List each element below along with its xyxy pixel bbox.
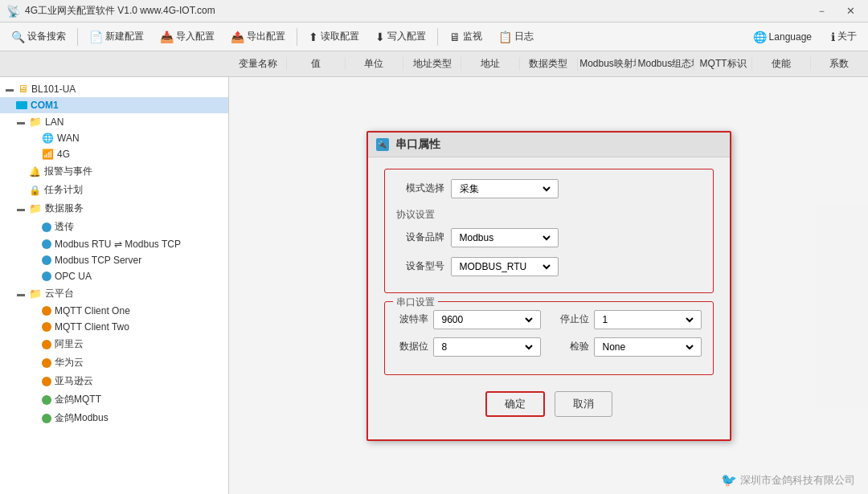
model-row: 设备型号 MODBUS_RTU MODBUS_TCP: [396, 257, 702, 276]
data-select[interactable]: 5 6 7 8: [439, 341, 535, 353]
mode-protocol-section: 模式选择 采集 透传 从机 协议设置: [384, 169, 714, 293]
sidebar-item-mqtt2[interactable]: MQTT Client Two: [0, 319, 228, 335]
cancel-button[interactable]: 取消: [555, 391, 612, 417]
confirm-button[interactable]: 确定: [485, 391, 545, 417]
main-layout: ▬ 🖥 BL101-UA COM1 ▬ 📁 LAN 🌐 WAN 📶 4G: [0, 77, 868, 494]
sidebar-item-wan[interactable]: 🌐 WAN: [0, 130, 228, 146]
sidebar-item-alarm[interactable]: 🔔 报警与事件: [0, 162, 228, 181]
col-header-addr-type: 地址类型: [403, 57, 461, 71]
4g-label: 4G: [57, 149, 70, 160]
export-config-button[interactable]: 📤 导出配置: [224, 27, 292, 47]
sidebar-item-huawei[interactable]: 华为云: [0, 353, 228, 372]
com1-label: COM1: [31, 100, 59, 111]
modal-overlay: 🔌 串口属性 模式选择 采集 透传 从机: [229, 77, 868, 494]
sidebar-item-data-service[interactable]: ▬ 📁 数据服务: [0, 199, 228, 218]
sidebar-item-opc[interactable]: OPC UA: [0, 268, 228, 284]
sidebar-item-mqtt1[interactable]: MQTT Client One: [0, 303, 228, 319]
content-area: 🔌 串口属性 模式选择 采集 透传 从机: [229, 77, 868, 494]
data-group: 数据位 5 6 7 8: [396, 337, 541, 357]
expand-icon-data: ▬: [16, 204, 26, 213]
check-select-wrapper[interactable]: None Odd Even: [594, 337, 702, 357]
alarm-label: 报警与事件: [44, 165, 92, 178]
check-group: 检验 None Odd Even: [557, 337, 702, 357]
amazon-label: 亚马逊云: [55, 374, 93, 388]
col-header-addr: 地址: [461, 57, 519, 71]
transparent-label: 透传: [55, 220, 74, 234]
model-select-wrapper[interactable]: MODBUS_RTU MODBUS_TCP: [451, 257, 559, 276]
baud-select-wrapper[interactable]: 1200 2400 4800 9600 19200 38400 57600 11…: [433, 310, 541, 329]
port-settings-row2: 数据位 5 6 7 8: [396, 337, 702, 365]
stop-select-wrapper[interactable]: 1 1.5 2: [594, 310, 702, 329]
sidebar-root-label: BL101-UA: [31, 84, 76, 95]
circle-icon-mqtt2: [42, 322, 51, 332]
import-config-label: 导入配置: [176, 30, 215, 43]
about-button[interactable]: ℹ 关于: [825, 27, 863, 47]
protocol-section-label: 协议设置: [396, 208, 702, 222]
col-header-unit: 单位: [346, 57, 403, 71]
task-label: 任务计划: [44, 183, 83, 197]
col-header-name: 变量名称: [229, 57, 287, 71]
minimize-button[interactable]: －: [810, 2, 833, 20]
toolbar: 🔍 设备搜索 📄 新建配置 📥 导入配置 📤 导出配置 ⬆ 读取配置 ⬇ 写入配…: [0, 22, 868, 51]
mode-select[interactable]: 采集 透传 从机: [457, 182, 553, 195]
new-config-button[interactable]: 📄 新建配置: [83, 27, 150, 47]
import-config-button[interactable]: 📥 导入配置: [154, 27, 221, 47]
language-icon: 🌐: [753, 31, 767, 43]
col-header-modbus-config: Modbus组态地址: [637, 57, 694, 71]
brand-select-wrapper[interactable]: Modbus 其他: [451, 228, 559, 247]
sidebar-item-lan[interactable]: ▬ 📁 LAN: [0, 113, 228, 130]
log-button[interactable]: 📋 日志: [492, 27, 540, 47]
separator-3: [437, 28, 438, 46]
modal-footer: 确定 取消: [384, 383, 714, 428]
language-button[interactable]: 🌐 Language: [747, 27, 818, 47]
sidebar-item-root[interactable]: ▬ 🖥 BL101-UA: [0, 80, 228, 97]
data-service-label: 数据服务: [45, 202, 84, 215]
model-label: 设备型号: [396, 259, 444, 273]
sidebar-item-task[interactable]: 🔒 任务计划: [0, 181, 228, 199]
jg-mqtt-label: 金鸽MQTT: [55, 393, 101, 406]
data-label: 数据位: [396, 340, 428, 353]
read-config-label: 读取配置: [321, 30, 359, 43]
sidebar-item-modbus-rtu[interactable]: Modbus RTU ⇌ Modbus TCP: [0, 236, 228, 252]
sidebar-item-aliyun[interactable]: 阿里云: [0, 335, 228, 353]
col-header-coeff: 系数: [811, 57, 868, 71]
sidebar-item-jg-modbus[interactable]: 金鸽Modbus: [0, 409, 228, 427]
model-select[interactable]: MODBUS_RTU MODBUS_TCP: [457, 260, 553, 273]
huawei-label: 华为云: [55, 356, 84, 369]
sidebar-item-transparent[interactable]: 透传: [0, 218, 228, 236]
monitor-label: 监视: [463, 30, 482, 43]
wan-icon: 🌐: [42, 133, 54, 144]
separator-2: [297, 28, 297, 46]
sidebar-item-com1[interactable]: COM1: [0, 97, 228, 113]
mode-select-wrapper[interactable]: 采集 透传 从机: [451, 179, 559, 198]
about-label: 关于: [837, 30, 857, 43]
sidebar-item-jg-mqtt[interactable]: 金鸽MQTT: [0, 390, 228, 409]
expand-icon-cloud: ▬: [16, 289, 26, 298]
brand-select[interactable]: Modbus 其他: [457, 231, 553, 244]
data-select-wrapper[interactable]: 5 6 7 8: [433, 337, 541, 357]
log-icon: 📋: [498, 31, 512, 43]
language-label: Language: [769, 31, 812, 43]
close-button[interactable]: ✕: [840, 3, 862, 18]
read-config-button[interactable]: ⬆ 读取配置: [302, 27, 366, 47]
folder-icon-data: 📁: [29, 202, 42, 214]
col-header-modbus-map: Modbus映射地址: [578, 57, 636, 71]
new-config-label: 新建配置: [105, 30, 144, 43]
sidebar-item-amazon[interactable]: 亚马逊云: [0, 372, 228, 390]
write-config-button[interactable]: ⬇ 写入配置: [369, 27, 432, 47]
check-select[interactable]: None Odd Even: [600, 341, 696, 353]
stop-select[interactable]: 1 1.5 2: [600, 313, 696, 326]
col-header-enable: 使能: [752, 57, 810, 71]
search-device-button[interactable]: 🔍 设备搜索: [5, 27, 72, 47]
sidebar-item-4g[interactable]: 📶 4G: [0, 146, 228, 162]
circle-icon-modbustcp: [42, 255, 51, 265]
monitor-button[interactable]: 🖥 监视: [443, 27, 489, 47]
modbus-rtu-label: Modbus RTU ⇌ Modbus TCP: [55, 239, 181, 250]
expand-icon-root: ▬: [5, 84, 14, 93]
sidebar-item-cloud[interactable]: ▬ 📁 云平台: [0, 284, 228, 303]
modbus-tcp-label: Modbus TCP Server: [55, 255, 141, 266]
content-col-headers: 变量名称 值 单位 地址类型 地址 数据类型 Modbus映射地址 Modbus…: [229, 57, 868, 71]
baud-select[interactable]: 1200 2400 4800 9600 19200 38400 57600 11…: [439, 313, 535, 326]
sidebar-item-modbus-tcp[interactable]: Modbus TCP Server: [0, 252, 228, 268]
write-icon: ⬇: [375, 31, 385, 43]
